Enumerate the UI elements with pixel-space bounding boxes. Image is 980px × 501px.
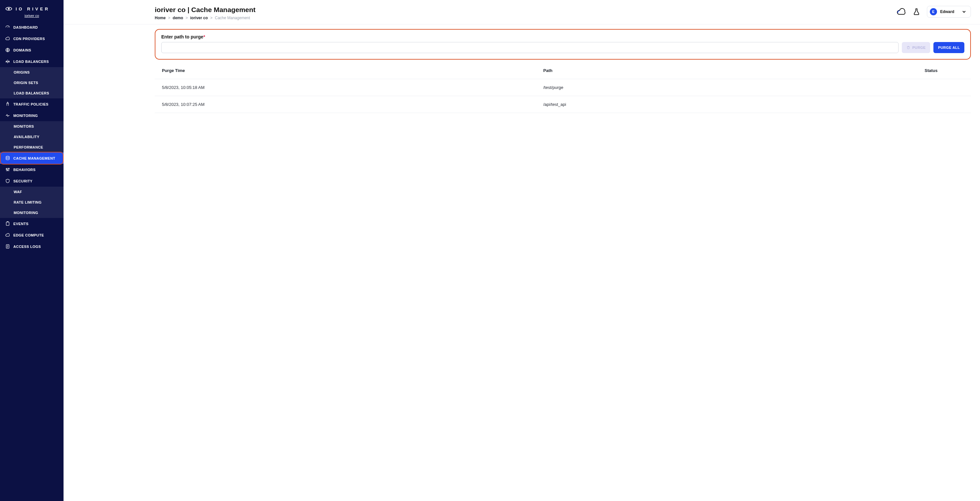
breadcrumb-item-current: Cache Management [215, 16, 250, 20]
purge-field-label: Enter path to purge* [161, 34, 964, 40]
cloud-cog-icon [5, 232, 10, 237]
sidebar-item-label: ORIGIN SETS [14, 81, 38, 85]
sidebar-item-label: LOAD BALANCERS [13, 60, 49, 64]
breadcrumb-separator: > [210, 16, 212, 20]
sidebar-item-edge-compute[interactable]: EDGE COMPUTE [0, 229, 64, 241]
sidebar-sub-availability[interactable]: AVAILABILITY [0, 132, 64, 142]
sidebar-item-domains[interactable]: DOMAINS [0, 44, 64, 56]
breadcrumb-item-demo[interactable]: demo [173, 16, 183, 20]
shield-icon [5, 178, 10, 183]
purge-label-text: Enter path to purge [161, 34, 203, 40]
globe-icon [5, 48, 10, 52]
topbar-right: E Edward [896, 6, 971, 17]
breadcrumb: Home > demo > ioriver co > Cache Managem… [155, 16, 255, 20]
cell-status [924, 102, 964, 107]
purge-button-label: PURGE [912, 46, 926, 49]
sidebar-item-label: SECURITY [13, 179, 33, 183]
sidebar-item-label: ACCESS LOGS [13, 245, 41, 248]
sidebar-sub-load-balancers[interactable]: LOAD BALANCERS [0, 88, 64, 99]
topbar-left: ioriver co | Cache Management Home > dem… [155, 6, 255, 20]
brand-subtitle[interactable]: ioriver co [0, 14, 64, 22]
cell-status [924, 85, 964, 90]
sidebar-item-cache-management[interactable]: CACHE MANAGEMENT [0, 153, 64, 164]
sidebar-item-label: LOAD BALANCERS [14, 91, 49, 95]
sliders-icon [5, 167, 10, 172]
column-header-time: Purge Time [162, 68, 543, 73]
sidebar-item-access-logs[interactable]: ACCESS LOGS [0, 241, 64, 252]
sidebar-item-label: BEHAVIORS [13, 168, 35, 172]
cloud-status-icon[interactable] [896, 8, 906, 15]
brand[interactable]: IO RIVER [0, 0, 64, 14]
purge-all-button-label: PURGE ALL [938, 46, 960, 49]
sidebar-item-label: CACHE MANAGEMENT [13, 156, 56, 160]
sidebar-sub-rate-limiting[interactable]: RATE LIMITING [0, 197, 64, 207]
cell-time: 5/8/2023, 10:05:18 AM [162, 85, 543, 90]
balance-icon [5, 59, 10, 64]
sidebar-item-label: RATE LIMITING [14, 200, 42, 204]
database-icon [5, 156, 10, 161]
purge-all-button[interactable]: PURGE ALL [934, 42, 964, 53]
breadcrumb-item-project[interactable]: ioriver co [190, 16, 208, 20]
table-row: 5/8/2023, 10:05:18 AM /test/purge [155, 79, 971, 96]
sidebar-item-label: DASHBOARD [13, 25, 38, 29]
purge-history-table: Purge Time Path Status 5/8/2023, 10:05:1… [155, 62, 971, 113]
content: Enter path to purge* PURGE PURGE ALL Pur… [64, 24, 980, 122]
sidebar-item-monitoring[interactable]: MONITORING [0, 110, 64, 121]
sidebar-item-cdn-providers[interactable]: CDN PROVIDERS [0, 33, 64, 44]
clipboard-icon [5, 221, 10, 226]
sidebar-sub-origins[interactable]: ORIGINS [0, 67, 64, 78]
sidebar-sub-security-monitoring[interactable]: MONITORING [0, 207, 64, 218]
sidebar-sub-waf[interactable]: WAF [0, 187, 64, 197]
sidebar-item-label: MONITORING [14, 211, 38, 215]
user-name: Edward [940, 10, 954, 14]
sidebar-nav: DASHBOARD CDN PROVIDERS DOMAINS LOAD BAL… [0, 22, 64, 252]
cell-time: 5/8/2023, 10:07:25 AM [162, 102, 543, 107]
sidebar-item-traffic-policies[interactable]: TRAFFIC POLICIES [0, 99, 64, 110]
cell-path: /api/test_api [543, 102, 925, 107]
table-row: 5/8/2023, 10:07:25 AM /api/test_api [155, 96, 971, 113]
sidebar-sub-monitors[interactable]: MONITORS [0, 121, 64, 132]
sidebar-item-label: AVAILABILITY [14, 135, 40, 139]
logo-icon [5, 5, 13, 13]
sidebar-item-label: EDGE COMPUTE [13, 233, 44, 237]
sidebar-sub-performance[interactable]: PERFORMANCE [0, 142, 64, 153]
cell-path: /test/purge [543, 85, 925, 90]
page-title: ioriver co | Cache Management [155, 6, 255, 14]
purge-path-input[interactable] [161, 42, 899, 53]
sidebar-item-events[interactable]: EVENTS [0, 218, 64, 229]
file-icon [5, 244, 10, 249]
sidebar: IO RIVER ioriver co DASHBOARD CDN PROVID… [0, 0, 64, 501]
heartbeat-icon [5, 113, 10, 118]
breadcrumb-separator: > [168, 16, 170, 20]
table-header-row: Purge Time Path Status [155, 62, 971, 79]
column-header-path: Path [543, 68, 925, 73]
breadcrumb-item-home[interactable]: Home [155, 16, 165, 20]
sidebar-item-load-balancers[interactable]: LOAD BALANCERS [0, 56, 64, 67]
cloud-icon [5, 36, 10, 41]
svg-point-1 [8, 8, 10, 10]
purge-button[interactable]: PURGE [902, 42, 930, 53]
purge-row: PURGE PURGE ALL [161, 42, 964, 53]
sidebar-item-label: DOMAINS [13, 48, 31, 52]
traffic-icon [5, 102, 10, 107]
flask-icon[interactable] [913, 8, 920, 15]
topbar: ioriver co | Cache Management Home > dem… [64, 0, 980, 24]
svg-point-6 [8, 168, 10, 169]
sidebar-item-security[interactable]: SECURITY [0, 175, 64, 187]
chevron-down-icon [962, 10, 966, 14]
user-menu[interactable]: E Edward [927, 6, 971, 17]
sidebar-item-label: EVENTS [13, 222, 29, 226]
sidebar-item-label: ORIGINS [14, 70, 30, 74]
sidebar-sub-origin-sets[interactable]: ORIGIN SETS [0, 78, 64, 88]
sidebar-item-dashboard[interactable]: DASHBOARD [0, 22, 64, 33]
svg-point-5 [7, 170, 8, 171]
sidebar-item-label: PERFORMANCE [14, 145, 43, 149]
sidebar-item-label: MONITORS [14, 124, 34, 128]
avatar: E [930, 8, 937, 15]
required-marker: * [203, 34, 205, 40]
column-header-status: Status [924, 68, 964, 73]
sidebar-item-behaviors[interactable]: BEHAVIORS [0, 164, 64, 175]
sidebar-item-label: WAF [14, 190, 22, 194]
breadcrumb-separator: > [185, 16, 188, 20]
sidebar-item-label: CDN PROVIDERS [13, 37, 45, 41]
